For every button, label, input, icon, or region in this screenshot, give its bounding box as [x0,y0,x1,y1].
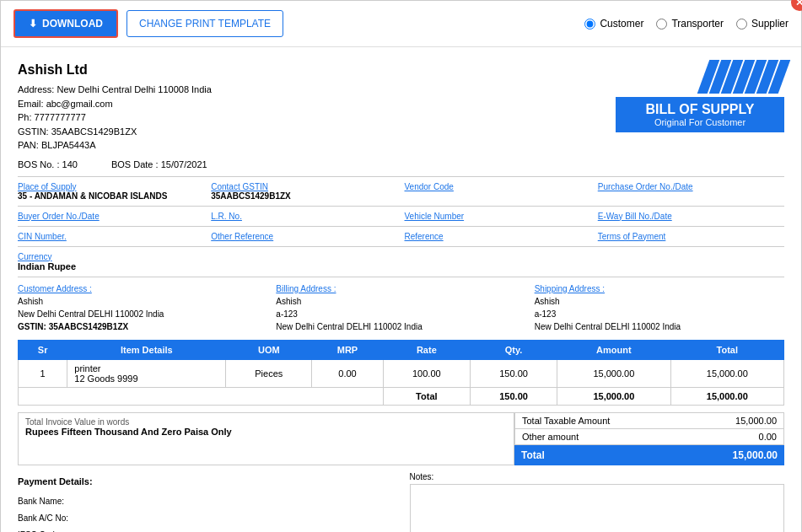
col-sr: Sr [19,340,67,359]
lr-no: L.R. No. [211,212,397,221]
document-area: Ashish Ltd Address: New Delhi Central De… [1,47,801,532]
purchase-order: Purchase Order No./Date [598,182,784,201]
bill-title: BILL OF SUPPLY [632,102,767,117]
billing-address-block: Billing Address : Ashish a-123 New Delhi… [276,282,525,333]
payment-section: Payment Details: Bank Name: Bank A/C No:… [18,472,393,533]
radio-customer[interactable]: Customer [584,18,643,30]
company-email: Email: abc@gmail.com [18,97,212,111]
toolbar: ⬇ DOWNLOAD CHANGE PRINT TEMPLATE Custome… [1,1,801,47]
radio-transporter-label: Transporter [671,18,724,30]
radio-supplier[interactable]: Supplier [736,18,789,30]
col-mrp: MRP [312,340,383,359]
company-address: Address: New Delhi Central Delhi 110008 … [18,83,212,97]
bill-header-right: BILL OF SUPPLY Original For Customer [616,60,784,132]
summary-amounts: Total Taxable Amount 15,000.00 Other amo… [514,412,784,465]
diagonal-decoration [703,60,784,94]
currency-section: Currency Indian Rupee [18,252,784,271]
change-print-button[interactable]: CHANGE PRINT TEMPLATE [126,10,283,37]
taxable-row: Total Taxable Amount 15,000.00 [514,412,784,429]
vehicle-number: Vehicle Number [405,212,591,221]
shipping-address-block: Shipping Address : Ashish a-123 New Delh… [535,282,784,333]
bill-title-box: BILL OF SUPPLY Original For Customer [616,97,784,132]
terms-of-payment: Terms of Payment [598,232,784,241]
ifsc: IFSC Code: [18,527,393,533]
cin-number: CIN Number. [18,232,204,241]
items-table: Sr Item Details UOM MRP Rate Qty. Amount… [18,340,784,406]
table-row: 1 printer 12 Goods 9999 Pieces 0.00 100.… [19,359,784,387]
bank-ac: Bank A/C No: [18,510,393,527]
buyer-order: Buyer Order No./Date [18,212,204,221]
other-amount-row: Other amount 0.00 [514,429,784,445]
download-button[interactable]: ⬇ DOWNLOAD [13,9,118,38]
bill-subtitle: Original For Customer [632,117,767,127]
info-grid-2: Buyer Order No./Date L.R. No. Vehicle Nu… [18,212,784,221]
radio-customer-label: Customer [600,18,643,30]
contact-gstin: Contact GSTIN 35AABCS1429B1ZX [211,182,397,201]
toolbar-left: ⬇ DOWNLOAD CHANGE PRINT TEMPLATE [13,9,283,38]
place-of-supply: Place of Supply 35 - ANDAMAN & NICOBAR I… [18,182,204,201]
radio-group: Customer Transporter Supplier [584,18,789,30]
col-amount: Amount [557,340,670,359]
table-total-row: Total 150.00 15,000.00 15,000.00 [19,387,784,405]
bos-number: BOS No. : 140 [18,159,78,169]
bank-name: Bank Name: [18,493,393,510]
col-item-details: Item Details [67,340,226,359]
customer-address-block: Customer Address : Ashish New Delhi Cent… [18,282,267,333]
company-gstin: GSTIN: 35AABCS1429B1ZX [18,125,212,139]
doc-numbers: BOS No. : 140 BOS Date : 15/07/2021 [18,159,784,169]
eway-bill: E-Way Bill No./Date [598,212,784,221]
col-qty: Qty. [470,340,557,359]
summary-section: Total Invoice Value in words Rupees Fift… [18,412,784,465]
notes-section: Notes: [410,472,785,533]
payment-notes: Payment Details: Bank Name: Bank A/C No:… [18,472,784,533]
notes-box[interactable] [410,484,785,533]
col-uom: UOM [226,340,312,359]
company-pan: PAN: BLJPA5443A [18,138,212,153]
reference: Reference [405,232,591,241]
info-grid-3: CIN Number. Other Reference Reference Te… [18,232,784,241]
company-ph: Ph: 7777777777 [18,110,212,125]
download-label: DOWNLOAD [42,18,103,30]
bos-date: BOS Date : 15/07/2021 [111,159,207,169]
radio-transporter[interactable]: Transporter [656,18,724,30]
summary-total-row: Total 15,000.00 [514,445,784,465]
address-section: Customer Address : Ashish New Delhi Cent… [18,282,784,333]
info-grid-1: Place of Supply 35 - ANDAMAN & NICOBAR I… [18,182,784,201]
col-rate: Rate [383,340,470,359]
company-name: Ashish Ltd [18,60,212,80]
invoice-words: Total Invoice Value in words Rupees Fift… [18,412,514,465]
download-icon: ⬇ [29,18,37,30]
other-reference: Other Reference [211,232,397,241]
radio-supplier-label: Supplier [751,18,789,30]
doc-header: Ashish Ltd Address: New Delhi Central De… [18,60,784,153]
col-total: Total [670,340,783,359]
company-info: Ashish Ltd Address: New Delhi Central De… [18,60,212,153]
vendor-code: Vendor Code [405,182,591,201]
